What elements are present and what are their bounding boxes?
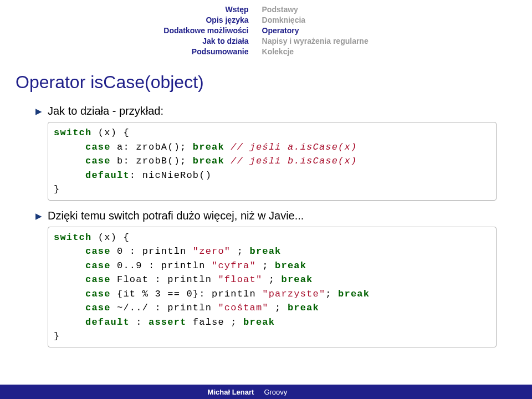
nav-left[interactable]: Wstęp Opis języka Dodatkowe możliwości J…	[163, 4, 248, 57]
bullet-icon: ▶	[35, 106, 42, 116]
bullet-icon: ▶	[35, 211, 42, 221]
nav-left-item[interactable]: Jak to działa	[163, 36, 248, 47]
code-block-2: switch (x) { case 0 : println "zero" ; b…	[48, 227, 497, 347]
header-nav: Wstęp Opis języka Dodatkowe możliwości J…	[0, 0, 532, 59]
nav-right-item[interactable]: Domknięcia	[262, 15, 369, 25]
bullet-2: ▶ Dzięki temu switch potrafi dużo więcej…	[35, 209, 497, 222]
footer-project: Groovy	[260, 388, 532, 396]
nav-right-item[interactable]: Napisy i wyrażenia regularne	[262, 36, 369, 47]
footer: Michał Lenart Groovy	[0, 385, 532, 399]
nav-right[interactable]: Podstawy Domknięcia Operatory Napisy i w…	[262, 4, 369, 57]
bullet-text: Jak to działa - przykład:	[48, 105, 163, 117]
slide-content: ▶ Jak to działa - przykład: switch (x) {…	[0, 105, 532, 347]
nav-left-item[interactable]: Dodatkowe możliwości	[163, 25, 248, 36]
footer-author: Michał Lenart	[0, 388, 260, 396]
nav-right-item[interactable]: Podstawy	[262, 4, 369, 15]
nav-left-item[interactable]: Wstęp	[163, 4, 248, 15]
nav-right-item[interactable]: Kolekcje	[262, 47, 369, 57]
bullet-1: ▶ Jak to działa - przykład:	[35, 105, 497, 117]
bullet-text: Dzięki temu switch potrafi dużo więcej, …	[48, 209, 304, 222]
code-block-1: switch (x) { case a: zrobA(); break // j…	[48, 122, 497, 201]
slide-title: Operator isCase(object)	[0, 59, 532, 101]
nav-right-item-active[interactable]: Operatory	[262, 25, 369, 36]
nav-left-item[interactable]: Opis języka	[163, 15, 248, 25]
nav-left-item[interactable]: Podsumowanie	[163, 47, 248, 57]
